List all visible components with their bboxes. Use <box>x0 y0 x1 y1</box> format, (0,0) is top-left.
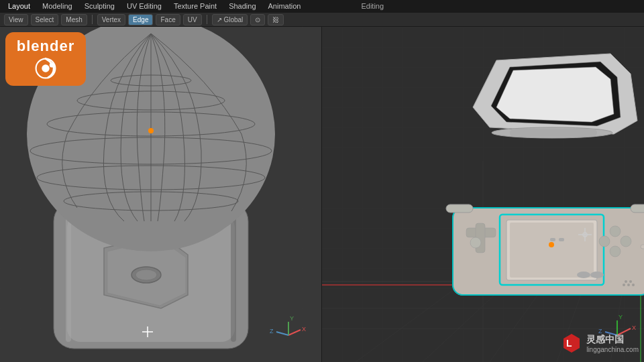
svg-point-55 <box>470 237 481 248</box>
logo-background: blender <box>5 32 86 86</box>
svg-text:X: X <box>632 324 636 331</box>
main-area: X Y Z blender <box>0 27 644 362</box>
svg-marker-46 <box>496 67 614 122</box>
svg-rect-60 <box>550 238 555 241</box>
svg-text:Z: Z <box>270 328 274 335</box>
menu-bar: Layout Modeling Sculpting UV Editing Tex… <box>0 0 644 12</box>
menu-uv-editing[interactable]: UV Editing <box>121 0 167 12</box>
svg-rect-48 <box>510 129 597 137</box>
toolbar-vertex[interactable]: Vertex <box>97 14 125 25</box>
toolbar-uv[interactable]: UV <box>183 14 202 25</box>
svg-point-70 <box>632 284 635 286</box>
svg-text:Y: Y <box>619 314 623 320</box>
menu-animation[interactable]: Animation <box>263 0 307 12</box>
ds-body <box>446 204 644 295</box>
viewport-right[interactable]: X Y Z L 灵感中国 lingganchina.com <box>322 27 644 362</box>
watermark-text-block: 灵感中国 lingganchina.com <box>586 334 639 353</box>
svg-point-18 <box>148 128 154 133</box>
svg-point-59 <box>599 236 610 247</box>
svg-rect-10 <box>231 215 236 342</box>
svg-text:Y: Y <box>290 315 294 322</box>
toolbar-sep-2 <box>207 15 207 24</box>
svg-rect-61 <box>559 238 564 241</box>
svg-point-56 <box>610 226 621 237</box>
toolbar: View Select Mesh Vertex Edge Face UV ↗ G… <box>0 12 644 27</box>
watermark-logo-icon: L <box>561 333 582 354</box>
svg-point-28 <box>42 64 50 72</box>
svg-point-63 <box>590 272 604 278</box>
svg-point-7 <box>136 269 157 280</box>
menu-sculpting[interactable]: Sculpting <box>79 0 120 12</box>
menu-shading[interactable]: Shading <box>223 0 261 12</box>
svg-point-29 <box>50 62 54 67</box>
svg-point-72 <box>629 280 632 283</box>
toolbar-edge[interactable]: Edge <box>128 14 153 25</box>
svg-rect-9 <box>66 215 71 342</box>
svg-text:L: L <box>566 338 572 349</box>
toolbar-global[interactable]: ↗ Global <box>212 14 248 25</box>
svg-rect-67 <box>631 204 644 213</box>
menu-layout[interactable]: Layout <box>3 0 36 12</box>
toolbar-snap[interactable]: ⛓ <box>268 14 284 25</box>
svg-point-58 <box>610 246 621 257</box>
svg-rect-66 <box>446 204 473 213</box>
menu-texture-paint[interactable]: Texture Paint <box>168 0 222 12</box>
toolbar-face[interactable]: Face <box>156 14 180 25</box>
watermark-url: lingganchina.com <box>586 346 639 353</box>
svg-point-68 <box>623 284 625 286</box>
svg-text:X: X <box>302 326 306 333</box>
toolbar-mesh[interactable]: Mesh <box>61 14 87 25</box>
blender-logo-icon <box>30 56 62 80</box>
toolbar-sep-1 <box>92 15 93 24</box>
toolbar-select[interactable]: Select <box>31 14 59 25</box>
menu-modeling[interactable]: Modeling <box>37 0 78 12</box>
viewport-left[interactable]: X Y Z blender <box>0 27 322 362</box>
svg-point-62 <box>577 272 590 278</box>
watermark-chinese-name: 灵感中国 <box>586 334 639 346</box>
svg-rect-52 <box>510 223 594 278</box>
blender-logo: blender <box>5 32 86 86</box>
svg-point-71 <box>625 280 627 283</box>
svg-point-69 <box>627 284 630 286</box>
svg-point-64 <box>549 242 554 247</box>
watermark: L 灵感中国 lingganchina.com <box>561 333 639 354</box>
toolbar-view[interactable]: View <box>4 14 28 25</box>
logo-text: blender <box>17 38 74 55</box>
ds-lid <box>473 54 637 138</box>
svg-point-57 <box>621 236 631 247</box>
toolbar-proportional[interactable]: ⊙ <box>250 14 265 25</box>
svg-rect-73 <box>641 245 644 249</box>
editing-mode-label: Editing <box>361 2 384 10</box>
